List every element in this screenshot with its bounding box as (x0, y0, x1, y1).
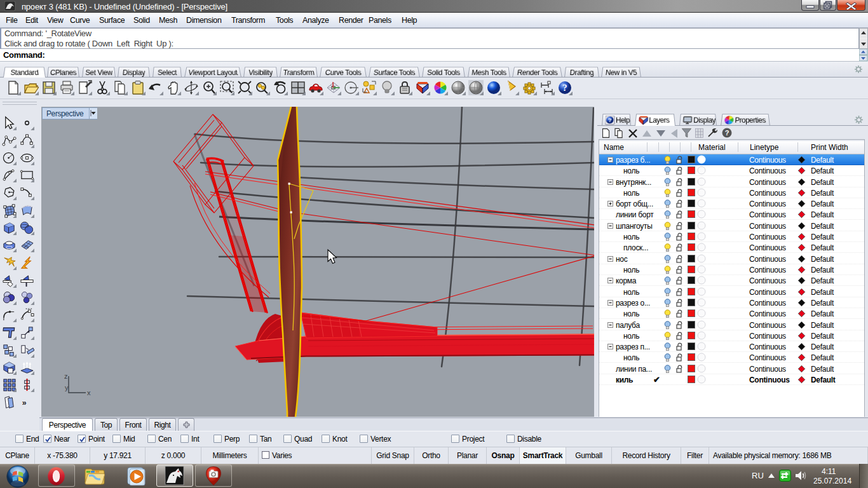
svg-text:?: ? (562, 83, 567, 93)
svg-text:»: » (22, 398, 27, 407)
svg-text:?: ? (725, 129, 729, 137)
svg-text:z: z (64, 372, 68, 380)
svg-text:?: ? (608, 117, 611, 123)
svg-text:y: y (65, 384, 69, 391)
svg-text:x: x (87, 389, 91, 396)
